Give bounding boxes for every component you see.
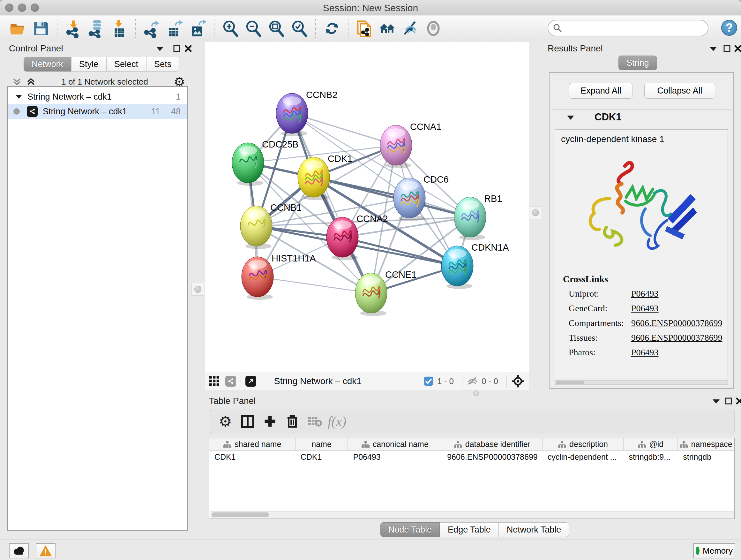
close-panel-icon[interactable] — [736, 397, 741, 405]
column-header-canonical-name[interactable]: canonical name — [348, 438, 442, 450]
selected-checkbox-icon[interactable] — [423, 376, 434, 387]
cell-name[interactable]: CDK1 — [295, 450, 348, 464]
zoom-fit-button[interactable] — [266, 18, 287, 39]
show-hide-glass-button[interactable] — [400, 18, 421, 39]
zoom-in-button[interactable] — [220, 18, 241, 39]
collapse-all-icon[interactable] — [12, 77, 22, 86]
overlay-eye-button[interactable] — [423, 18, 444, 39]
panel-menu-icon[interactable] — [156, 46, 164, 52]
crosslink-label: Pharos: — [569, 348, 596, 358]
cell-namespace[interactable]: stringdb — [678, 450, 734, 464]
float-panel-icon[interactable] — [725, 397, 732, 405]
string-results-box: Expand All Collapse All CDK1 cyclin-depe… — [549, 72, 734, 389]
selected-counts: 1 - 0 — [437, 376, 454, 386]
cell-canonical-name[interactable]: P06493 — [348, 450, 442, 464]
zoom-in-icon — [221, 19, 240, 38]
table-options-button[interactable]: ⚙ — [215, 411, 235, 432]
right-splitter-handle[interactable] — [529, 206, 542, 219]
toolbar-separator — [348, 19, 348, 38]
close-panel-icon[interactable] — [185, 45, 192, 52]
export-table-icon — [165, 19, 184, 38]
memory-label: Memory — [703, 546, 733, 556]
panel-menu-icon[interactable] — [712, 398, 720, 404]
tab-network[interactable]: Network — [23, 57, 71, 71]
table-horizontal-scrollbar[interactable] — [210, 511, 734, 518]
cell-description[interactable]: cyclin-dependent ... — [542, 450, 624, 464]
panel-menu-icon[interactable] — [709, 46, 718, 52]
crosslink-link[interactable]: P06493 — [631, 303, 659, 314]
collapse-all-button[interactable]: Collapse All — [644, 83, 715, 99]
delete-table-button[interactable] — [305, 411, 325, 432]
cloud-status-button[interactable] — [9, 543, 29, 558]
node-label-CDKN1A: CDKN1A — [471, 242, 509, 253]
delete-column-button[interactable] — [282, 411, 302, 432]
left-splitter-handle[interactable] — [192, 283, 204, 296]
column-header-namespace[interactable]: namespace — [678, 438, 734, 450]
export-network-button[interactable] — [141, 18, 162, 39]
hidden-eye-icon[interactable] — [467, 376, 478, 386]
open-session-button[interactable] — [7, 18, 28, 39]
crosslink-link[interactable]: 9606.ENSP00000378699 — [631, 333, 722, 343]
network-row[interactable]: String Network – cdk1 11 48 — [8, 104, 187, 119]
crosslink-link[interactable]: P06493 — [631, 348, 659, 358]
grid-view-icon[interactable] — [208, 375, 221, 388]
fit-crosshair-icon[interactable] — [511, 374, 525, 388]
column-header-name[interactable]: name — [295, 438, 348, 450]
string-homes-button[interactable] — [377, 18, 398, 39]
export-image-button[interactable] — [187, 18, 208, 39]
function-builder-button[interactable]: f(x) — [327, 411, 347, 432]
gene-collapse-icon[interactable] — [566, 115, 575, 120]
warning-status-button[interactable] — [36, 543, 56, 558]
collection-expand-icon[interactable] — [15, 94, 22, 99]
tab-edge-table[interactable]: Edge Table — [440, 522, 499, 537]
add-column-button[interactable] — [260, 411, 280, 432]
fx-icon: f(x) — [328, 414, 346, 429]
network-edge-CCNB2-CCNE1[interactable] — [292, 113, 371, 293]
tab-network-table[interactable]: Network Table — [499, 522, 569, 537]
network-view-share-icon[interactable] — [225, 376, 236, 387]
show-columns-button[interactable] — [238, 411, 258, 432]
column-label: name — [312, 440, 332, 449]
network-options-gear-icon[interactable]: ⚙ — [174, 77, 185, 86]
results-horizontal-scrollbar[interactable] — [555, 380, 728, 385]
table-row[interactable]: CDK1CDK1P064939606.ENSP00000378699cyclin… — [209, 450, 734, 464]
column-header-@id[interactable]: @id — [623, 438, 678, 450]
memory-button[interactable]: Memory — [693, 543, 735, 558]
import-network-file-button[interactable] — [63, 18, 84, 39]
import-network-from-database-button[interactable] — [86, 18, 107, 39]
tab-node-table[interactable]: Node Table — [381, 522, 440, 537]
tab-select[interactable]: Select — [106, 57, 146, 71]
cell-@id[interactable]: stringdb:9... — [623, 450, 678, 464]
import-table-button[interactable] — [109, 18, 130, 39]
float-panel-icon[interactable] — [723, 45, 731, 52]
column-header-database-identifier[interactable]: database identifier — [442, 438, 542, 450]
search-input[interactable] — [562, 23, 703, 34]
delete-table-icon — [307, 415, 322, 428]
tab-string[interactable]: String — [618, 56, 657, 70]
tab-sets[interactable]: Sets — [146, 57, 179, 71]
expand-all-button[interactable]: Expand All — [569, 83, 633, 99]
zoom-out-button[interactable] — [243, 18, 264, 39]
network-label: String Network – cdk1 — [43, 107, 127, 117]
export-table-button[interactable] — [164, 18, 185, 39]
string-import-button[interactable] — [354, 18, 375, 39]
column-header-shared-name[interactable]: shared name — [209, 438, 295, 450]
network-edge-CCNE1-HIST1H1A[interactable] — [258, 277, 371, 293]
refresh-network-button[interactable] — [321, 18, 342, 39]
close-panel-icon[interactable] — [734, 45, 741, 52]
expand-all-icon[interactable] — [26, 77, 36, 86]
cell-shared-name[interactable]: CDK1 — [209, 450, 295, 464]
crosslink-link[interactable]: P06493 — [631, 289, 659, 299]
float-panel-icon[interactable] — [173, 45, 181, 52]
help-button[interactable]: ? — [721, 20, 737, 36]
zoom-selected-button[interactable] — [289, 18, 310, 39]
column-header-description[interactable]: description — [542, 438, 624, 450]
crosslink-link[interactable]: 9606.ENSP00000378699 — [631, 318, 722, 328]
network-canvas[interactable]: CCNB2CCNA1CDC25BCDK1CDC6RB1CCNB1CCNA2CDK… — [205, 42, 529, 372]
birdseye-view-icon[interactable] — [246, 376, 256, 387]
bottom-splitter-handle[interactable] — [473, 390, 479, 396]
network-collection-row[interactable]: String Network – cdk1 1 — [8, 89, 187, 104]
cell-database-identifier[interactable]: 9606.ENSP00000378699 — [442, 450, 542, 464]
save-session-button[interactable] — [30, 18, 51, 39]
tab-style[interactable]: Style — [71, 57, 106, 71]
